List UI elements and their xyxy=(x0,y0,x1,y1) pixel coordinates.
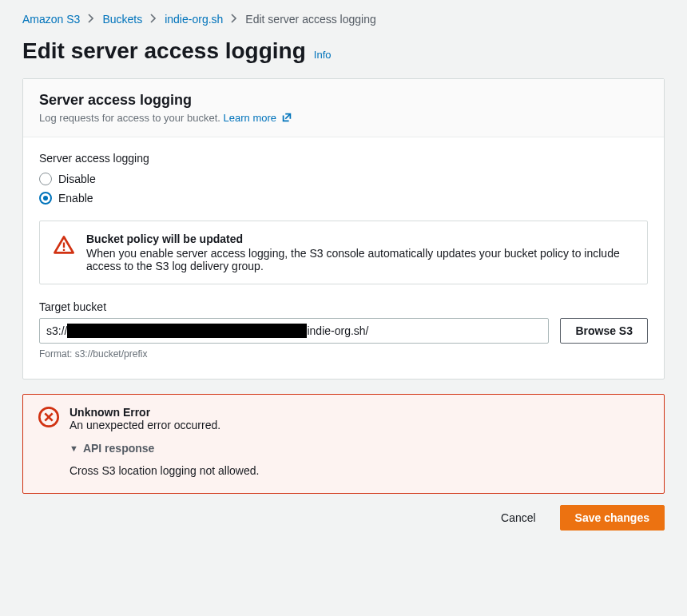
panel-description: Log requests for access to your bucket. … xyxy=(39,112,648,125)
policy-update-callout: Bucket policy will be updated When you e… xyxy=(39,221,648,284)
triangle-down-icon: ▼ xyxy=(69,443,78,453)
error-alert: Unknown Error An unexpected error occurr… xyxy=(22,394,665,494)
radio-icon xyxy=(39,192,52,205)
radio-enable-label: Enable xyxy=(58,192,93,205)
target-bucket-hint: Format: s3://bucket/prefix xyxy=(39,348,648,360)
chevron-right-icon xyxy=(231,14,237,25)
page-title: Edit server access logging Info xyxy=(22,38,665,64)
breadcrumb-link-buckets[interactable]: Buckets xyxy=(102,13,142,26)
error-circle-icon xyxy=(38,406,60,431)
info-link[interactable]: Info xyxy=(314,49,332,61)
target-bucket-value-suffix: indie-org.sh/ xyxy=(307,324,368,337)
browse-s3-button[interactable]: Browse S3 xyxy=(560,318,648,344)
save-changes-button[interactable]: Save changes xyxy=(560,505,665,531)
callout-text: When you enable server access logging, t… xyxy=(86,247,634,272)
breadcrumb-link-amazon-s3[interactable]: Amazon S3 xyxy=(22,13,80,26)
breadcrumb-link-bucket-name[interactable]: indie-org.sh xyxy=(165,13,223,26)
callout-title: Bucket policy will be updated xyxy=(86,232,634,245)
breadcrumb-current: Edit server access logging xyxy=(245,13,375,26)
form-actions: Cancel Save changes xyxy=(22,505,665,531)
error-title: Unknown Error xyxy=(69,406,220,419)
panel-description-text: Log requests for access to your bucket. xyxy=(39,112,220,124)
chevron-right-icon xyxy=(150,14,157,25)
panel-heading: Server access logging xyxy=(39,92,648,109)
redacted-segment xyxy=(67,324,307,338)
learn-more-text: Learn more xyxy=(224,112,276,124)
breadcrumb: Amazon S3 Buckets indie-org.sh Edit serv… xyxy=(22,13,665,26)
svg-rect-0 xyxy=(63,243,65,248)
warning-triangle-icon xyxy=(53,234,75,272)
server-access-logging-panel: Server access logging Log requests for a… xyxy=(22,78,665,380)
radio-disable-label: Disable xyxy=(58,173,96,185)
external-link-icon xyxy=(281,112,292,125)
svg-rect-1 xyxy=(63,249,65,251)
chevron-right-icon xyxy=(88,14,94,25)
api-response-toggle[interactable]: ▼ API response xyxy=(69,442,154,455)
target-bucket-label: Target bucket xyxy=(39,300,648,313)
cancel-button[interactable]: Cancel xyxy=(486,505,550,531)
page-title-text: Edit server access logging xyxy=(22,38,306,64)
api-response-label: API response xyxy=(83,442,154,455)
panel-header: Server access logging Log requests for a… xyxy=(23,79,664,137)
radio-enable[interactable]: Enable xyxy=(39,189,648,208)
target-bucket-input[interactable]: s3://indie-org.sh/ xyxy=(39,318,549,344)
error-message: Cross S3 location logging not allowed. xyxy=(69,464,649,477)
logging-radio-group: Disable Enable xyxy=(39,169,648,208)
radio-disable[interactable]: Disable xyxy=(39,169,648,189)
radio-icon xyxy=(39,173,52,185)
logging-field-label: Server access logging xyxy=(39,152,648,165)
target-bucket-value-prefix: s3:// xyxy=(46,324,67,337)
error-subtitle: An unexpected error occurred. xyxy=(69,419,220,431)
learn-more-link[interactable]: Learn more xyxy=(224,112,292,124)
